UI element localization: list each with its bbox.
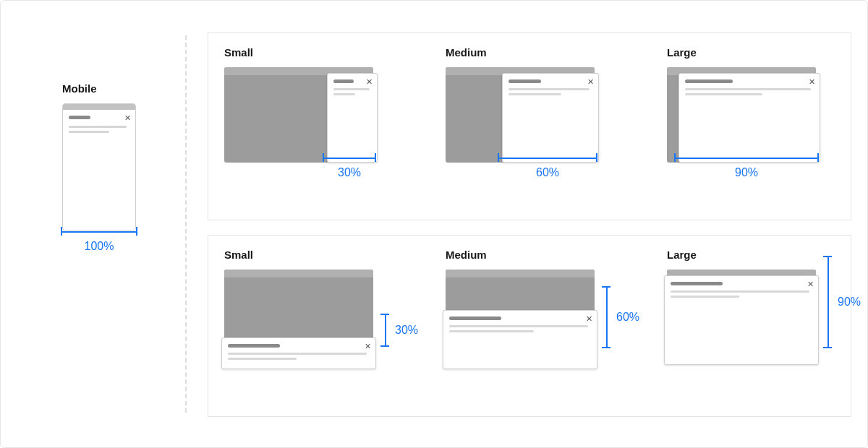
panel-title-placeholder [228, 344, 280, 348]
panel-line-placeholder [685, 93, 762, 95]
dimension-value: 100% [61, 240, 137, 253]
dimension-value: 90% [838, 296, 861, 309]
panel-line-placeholder [671, 290, 809, 293]
mobile-label: Mobile [62, 82, 149, 95]
panel-line-placeholder [685, 88, 811, 90]
dimension-bracket [823, 256, 832, 348]
panel-line-placeholder [228, 353, 367, 355]
height-dimension: 30% [380, 314, 418, 347]
panel-line-placeholder [333, 88, 370, 90]
size-label: Large [667, 249, 835, 261]
browser-mock: ✕ [224, 270, 373, 365]
width-medium-cell: Medium ✕ 60% [446, 46, 613, 163]
browser-mock: ✕ [446, 270, 595, 365]
dimension-value: 30% [395, 324, 418, 337]
dimension-bracket [498, 153, 597, 162]
mobile-title-placeholder [69, 116, 90, 119]
height-medium-cell: Medium ✕ 60% [446, 249, 613, 365]
close-icon: ✕ [807, 280, 814, 288]
side-panel: ✕ [502, 73, 599, 163]
size-label: Large [667, 46, 835, 59]
close-icon: ✕ [124, 114, 131, 122]
side-panel: ✕ [678, 73, 820, 163]
size-label: Small [224, 46, 392, 59]
dimension-value: 60% [498, 166, 597, 179]
panel-title-placeholder [509, 79, 541, 83]
mobile-line-placeholder [69, 126, 127, 128]
dimension-value: 90% [674, 166, 819, 179]
close-icon: ✕ [587, 78, 594, 86]
panel-title-placeholder [333, 79, 354, 83]
panel-title-placeholder [449, 316, 501, 320]
dimension-bracket [674, 153, 819, 162]
height-small-cell: Small ✕ 30% [224, 249, 392, 365]
browser-mock: ✕ [667, 270, 816, 365]
browser-mock: ✕ [667, 67, 816, 163]
height-dimension: 90% [823, 256, 861, 348]
close-icon: ✕ [366, 78, 373, 86]
size-label: Medium [446, 46, 613, 59]
side-panel: ✕ [327, 73, 378, 163]
width-size-group: Small ✕ 30% Medium [208, 33, 851, 220]
bottom-panel: ✕ [221, 337, 376, 369]
height-dimension: 60% [602, 286, 639, 348]
browser-mock: ✕ [224, 67, 373, 163]
width-dimension: 90% [674, 153, 819, 179]
close-icon: ✕ [809, 78, 815, 86]
mobile-device-mock: ✕ [62, 103, 136, 231]
panel-title-placeholder [685, 79, 733, 83]
browser-mock: ✕ [446, 67, 595, 163]
panel-line-placeholder [228, 358, 297, 360]
height-size-group: Small ✕ 30% Medium [208, 235, 851, 417]
dimension-bracket [323, 153, 376, 162]
panel-line-placeholder [509, 88, 590, 90]
mobile-statusbar [63, 104, 135, 110]
mobile-line-placeholder [69, 131, 109, 133]
width-small-cell: Small ✕ 30% [224, 46, 392, 163]
panel-line-placeholder [509, 93, 561, 95]
close-icon: ✕ [365, 343, 371, 350]
height-large-cell: Large ✕ 90% [667, 249, 835, 365]
vertical-divider [185, 35, 187, 413]
width-dimension: 60% [498, 153, 597, 179]
dimension-bracket [380, 314, 389, 347]
mobile-column: Mobile ✕ 100% [62, 82, 149, 231]
bottom-panel: ✕ [443, 310, 597, 369]
dimension-bracket [61, 227, 137, 236]
panel-line-placeholder [333, 93, 355, 95]
panel-line-placeholder [449, 330, 534, 332]
width-large-cell: Large ✕ 90% [667, 46, 835, 163]
panel-title-placeholder [671, 282, 723, 285]
size-label: Small [224, 249, 392, 261]
close-icon: ✕ [586, 315, 592, 323]
size-label: Medium [446, 249, 613, 261]
bottom-panel: ✕ [664, 275, 819, 365]
width-dimension: 30% [323, 153, 376, 179]
dimension-value: 30% [323, 166, 376, 179]
mobile-width-dimension: 100% [61, 227, 137, 253]
panel-line-placeholder [449, 325, 588, 327]
diagram-frame: Mobile ✕ 100% Small ✕ [0, 0, 868, 448]
dimension-bracket [602, 286, 610, 348]
dimension-value: 60% [616, 311, 639, 324]
panel-line-placeholder [671, 296, 739, 298]
